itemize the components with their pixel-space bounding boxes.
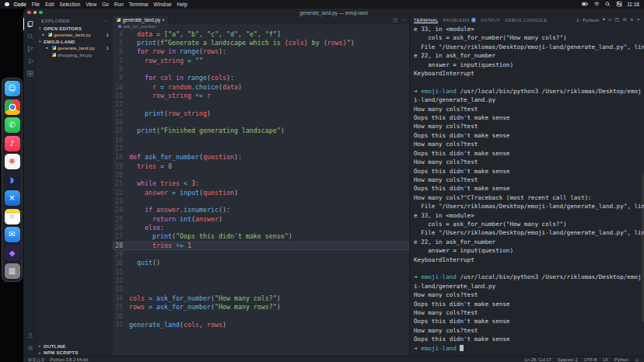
- settings-gear-icon[interactable]: [23, 342, 37, 354]
- panel-tab-output[interactable]: OUTPUT: [481, 16, 500, 23]
- indentation[interactable]: Spaces: 2: [558, 357, 578, 362]
- menu-code[interactable]: Code: [14, 2, 26, 7]
- code-line[interactable]: 29: [113, 250, 409, 259]
- panel-tab-terminal[interactable]: TERMINAL: [414, 16, 438, 23]
- encoding[interactable]: UTF-8: [584, 357, 597, 362]
- problems-status[interactable]: ⊘ 0 △ 0: [28, 357, 44, 362]
- python-interpreter[interactable]: Python 3.8.2 64-bit: [51, 357, 89, 362]
- code-line[interactable]: 10 r = random.choice(data): [113, 83, 409, 92]
- code-line[interactable]: 24 if answer.isnumeric():: [113, 206, 409, 214]
- tree-item-shopping_list-py[interactable]: shopping_list.py: [37, 51, 113, 58]
- section-outline[interactable]: ▸OUTLINE: [37, 343, 113, 350]
- code-line[interactable]: 21 while tries < 3:: [113, 179, 409, 188]
- code-line[interactable]: 37generate_land(cols, rows): [113, 321, 409, 329]
- menubar-clock[interactable]: 11:18: [627, 2, 639, 7]
- blue-x-app-dock-icon[interactable]: ×: [5, 190, 20, 206]
- breadcrumb[interactable]: ask_for_number: [113, 24, 409, 30]
- code-line[interactable]: 12: [113, 100, 409, 109]
- panel-tab-problems[interactable]: PROBLEMS1: [443, 16, 475, 23]
- language-mode[interactable]: Python: [614, 357, 628, 362]
- run-debug-icon[interactable]: [23, 55, 37, 68]
- code-line[interactable]: 31: [113, 268, 409, 277]
- code-line[interactable]: 13 print(row_string): [113, 110, 409, 118]
- feedback-smiley[interactable]: ☺: [635, 357, 639, 362]
- code-line[interactable]: 33: [113, 285, 409, 294]
- menu-window[interactable]: Window: [153, 2, 171, 7]
- battery-icon[interactable]: [582, 1, 589, 8]
- open-editors-header[interactable]: ▾ OPEN EDITORS: [37, 25, 113, 32]
- code-editor[interactable]: 4 data = ["a", "b", "c", "d", "e", "f"]5…: [113, 30, 409, 357]
- minimize-window-button[interactable]: [33, 11, 37, 15]
- code-line[interactable]: 27 print("Oops this didn't make sense"): [113, 232, 409, 241]
- more-actions-icon[interactable]: ⋯: [401, 17, 407, 23]
- notes-dock-icon[interactable]: ≡: [5, 209, 20, 225]
- code-line[interactable]: 16: [113, 136, 409, 144]
- section-npm-scripts[interactable]: ▸NPM SCRIPTS: [37, 350, 113, 357]
- code-line[interactable]: 6 for row in range(rows):: [113, 47, 409, 56]
- messages-dock-icon[interactable]: ✆: [5, 117, 20, 133]
- tab-generate-land-py[interactable]: generate_land.py ●: [113, 16, 169, 24]
- tree-item-generate_land-py[interactable]: ●generate_land.py1: [37, 45, 113, 52]
- menu-edit[interactable]: Edit: [45, 2, 54, 7]
- menu-go[interactable]: Go: [102, 2, 109, 7]
- search-icon[interactable]: [23, 30, 37, 43]
- menu-run[interactable]: Run: [114, 2, 124, 7]
- code-line[interactable]: 23: [113, 197, 409, 206]
- split-editor-icon[interactable]: ◫: [393, 17, 397, 23]
- spotlight-icon[interactable]: [604, 1, 611, 8]
- control-center-icon[interactable]: [616, 1, 623, 8]
- extensions-icon[interactable]: [23, 68, 37, 80]
- code-line[interactable]: 34cols = ask_for_number("How many cols?"…: [113, 294, 409, 303]
- finder-dock-icon[interactable]: ☺: [5, 81, 20, 96]
- explorer-icon[interactable]: [23, 18, 37, 30]
- menu-selection[interactable]: Selection: [59, 2, 80, 7]
- new-terminal-icon[interactable]: +: [608, 17, 611, 22]
- code-line[interactable]: 35rows = ask_for_number("How many rows?"…: [113, 303, 409, 312]
- code-line[interactable]: 28 tries += 1: [113, 242, 409, 250]
- titlebar[interactable]: generate_land.py — emoji-land: [23, 9, 644, 16]
- code-line[interactable]: 26 else:: [113, 224, 409, 232]
- trash-dock-icon[interactable]: ▥: [5, 263, 20, 279]
- music-dock-icon[interactable]: ♪: [5, 136, 20, 151]
- breadcrumb-symbol[interactable]: ask_for_number: [124, 24, 156, 29]
- code-line[interactable]: 22 answer = input(question): [113, 189, 409, 197]
- kill-terminal-icon[interactable]: ⊘: [622, 17, 627, 22]
- menu-file[interactable]: File: [32, 2, 40, 7]
- code-line[interactable]: 18def ask_for_number(question):: [113, 153, 409, 162]
- close-panel-icon[interactable]: ×: [637, 17, 640, 22]
- apple-menu-icon[interactable]: [5, 2, 9, 7]
- split-terminal-icon[interactable]: ◫: [614, 17, 619, 22]
- code-line[interactable]: 15 print("Finished generating landscape"…: [113, 127, 409, 135]
- chevron-down-icon[interactable]: ▾: [603, 17, 606, 22]
- wifi-icon[interactable]: [593, 1, 600, 8]
- code-line[interactable]: 19 tries = 0: [113, 162, 409, 171]
- folder-header[interactable]: ▾ EMOJI-LAND: [37, 38, 113, 45]
- code-line[interactable]: 17: [113, 144, 409, 153]
- code-line[interactable]: 8: [113, 65, 409, 74]
- cursor-position[interactable]: Ln 28, Col 17: [525, 357, 551, 362]
- photos-dock-icon[interactable]: ❋: [5, 154, 20, 169]
- code-line[interactable]: 14: [113, 118, 409, 127]
- code-line[interactable]: 25 return int(answer): [113, 215, 409, 224]
- code-line[interactable]: 5 print(f"Generate a landscape which is …: [113, 39, 409, 47]
- code-line[interactable]: 7 row_string = "": [113, 57, 409, 65]
- code-line[interactable]: 30 quit(): [113, 259, 409, 267]
- zoom-window-button[interactable]: [39, 11, 43, 15]
- maximize-panel-icon[interactable]: ∧: [630, 17, 634, 22]
- menu-view[interactable]: View: [86, 2, 96, 7]
- source-control-icon[interactable]: [23, 43, 37, 55]
- account-icon[interactable]: [23, 329, 37, 342]
- more-actions-icon[interactable]: ⋯: [103, 18, 108, 23]
- shell-selector[interactable]: 1: Python: [576, 17, 600, 23]
- close-window-button[interactable]: [27, 11, 31, 15]
- dark-app-dock-icon[interactable]: ◗: [5, 172, 20, 188]
- code-line[interactable]: 4 data = ["a", "b", "c", "d", "e", "f"]: [113, 30, 409, 39]
- code-line[interactable]: 11 row_string += r: [113, 92, 409, 100]
- modified-dot-icon[interactable]: ●: [163, 18, 165, 22]
- design-app-dock-icon[interactable]: ◆: [5, 245, 20, 261]
- code-line[interactable]: 9 for col in range(cols):: [113, 74, 409, 82]
- terminal-output[interactable]: e 33, in <module> cols = ask_for_number(…: [410, 23, 644, 356]
- open-editor-item[interactable]: ●generate_land.py1: [37, 32, 113, 39]
- eol[interactable]: LF: [603, 357, 608, 362]
- code-line[interactable]: 32: [113, 277, 409, 285]
